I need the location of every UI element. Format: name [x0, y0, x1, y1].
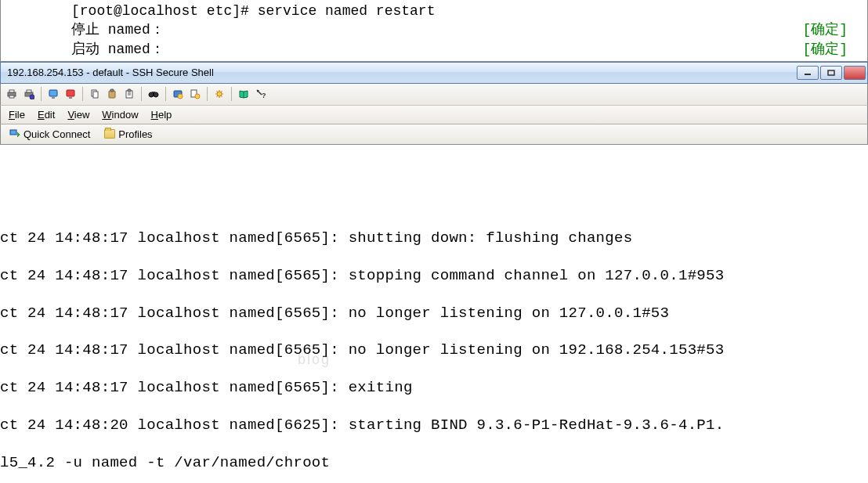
menu-view[interactable]: View [61, 106, 96, 123]
svg-rect-17 [128, 89, 131, 92]
svg-rect-1 [828, 70, 834, 75]
log-line: l5_4.2 -u named -t /var/named/chroot [0, 454, 868, 473]
svg-point-24 [178, 94, 183, 99]
svg-rect-13 [93, 92, 98, 98]
svg-rect-22 [152, 92, 155, 93]
log-line: ct 24 14:48:20 localhost named[6625]: st… [0, 416, 868, 435]
toolbar-separator [141, 87, 142, 101]
menu-edit[interactable]: Edit [31, 106, 61, 123]
printer-icon[interactable] [4, 86, 20, 102]
window-controls [797, 66, 866, 80]
svg-rect-3 [9, 90, 14, 92]
folder-icon [104, 129, 115, 139]
toolbar-separator [41, 87, 42, 101]
svg-rect-11 [69, 97, 72, 99]
svg-point-26 [195, 94, 200, 99]
profiles-button[interactable]: Profiles [99, 126, 157, 142]
background-terminal: [root@localhost etc]# service named rest… [0, 0, 868, 62]
gear-blue-icon[interactable] [170, 86, 186, 102]
bg-start-line: 启动 named： [确定] [71, 40, 867, 59]
menubar: File Edit View Window Help [0, 106, 868, 124]
print-setup-icon[interactable] [21, 86, 37, 102]
minimize-button[interactable] [797, 66, 819, 80]
connect-bar: Quick Connect Profiles [0, 124, 868, 145]
profiles-label: Profiles [118, 128, 152, 140]
gear-icon[interactable] [212, 86, 227, 102]
gear-yellow-icon[interactable] [187, 86, 203, 102]
bg-start-label: 启动 named： [71, 40, 165, 59]
svg-text:?: ? [262, 92, 266, 99]
log-line: ct 24 14:48:17 localhost named[6565]: no… [0, 305, 868, 323]
bg-stop-label: 停止 named： [71, 20, 165, 39]
toolbar-separator [82, 87, 83, 101]
log-line: ct 24 14:48:17 localhost named[6565]: no… [0, 341, 868, 360]
bg-start-status: [确定] [802, 40, 848, 59]
paste-icon[interactable] [104, 86, 120, 102]
toolbar-separator [207, 87, 208, 101]
log-line: ct 24 14:48:17 localhost named[6565]: st… [0, 267, 868, 286]
menu-window[interactable]: Window [96, 106, 144, 123]
bg-prompt-line: [root@localhost etc]# service named rest… [71, 2, 867, 20]
svg-rect-15 [110, 89, 114, 92]
book-icon[interactable] [236, 86, 251, 102]
quick-connect-button[interactable]: Quick Connect [4, 126, 96, 142]
log-line: ct 24 14:48:17 localhost named[6565]: ex… [0, 379, 868, 398]
svg-rect-4 [9, 96, 14, 98]
toolbar: ? [0, 84, 868, 106]
toolbar-separator [231, 87, 232, 101]
binoculars-icon[interactable] [146, 86, 161, 102]
svg-rect-10 [67, 90, 74, 96]
quick-connect-icon [9, 128, 20, 139]
monitor-icon[interactable] [45, 86, 61, 102]
bg-stop-line: 停止 named： [确定] [71, 20, 867, 39]
window-title: 192.168.254.153 - default - SSH Secure S… [2, 67, 797, 78]
terminal-output[interactable]: blog ct 24 14:48:17 localhost named[6565… [0, 145, 868, 483]
menu-help[interactable]: Help [145, 106, 179, 123]
maximize-button[interactable] [820, 66, 842, 80]
svg-rect-9 [52, 97, 55, 99]
log-line: ct 24 14:48:17 localhost named[6565]: sh… [0, 229, 868, 248]
quick-connect-label: Quick Connect [24, 128, 90, 140]
help-context-icon[interactable]: ? [253, 86, 269, 102]
svg-rect-8 [49, 90, 57, 96]
svg-rect-6 [27, 90, 31, 92]
bg-stop-status: [确定] [802, 20, 848, 39]
svg-point-7 [30, 95, 34, 99]
menu-file[interactable]: File [2, 106, 31, 123]
clipboard-icon[interactable] [121, 86, 137, 102]
computer-red-icon[interactable] [63, 86, 78, 102]
svg-rect-30 [10, 130, 16, 135]
copy-icon[interactable] [87, 86, 103, 102]
toolbar-separator [165, 87, 166, 101]
close-button[interactable] [844, 66, 866, 80]
window-titlebar[interactable]: 192.168.254.153 - default - SSH Secure S… [0, 62, 868, 84]
